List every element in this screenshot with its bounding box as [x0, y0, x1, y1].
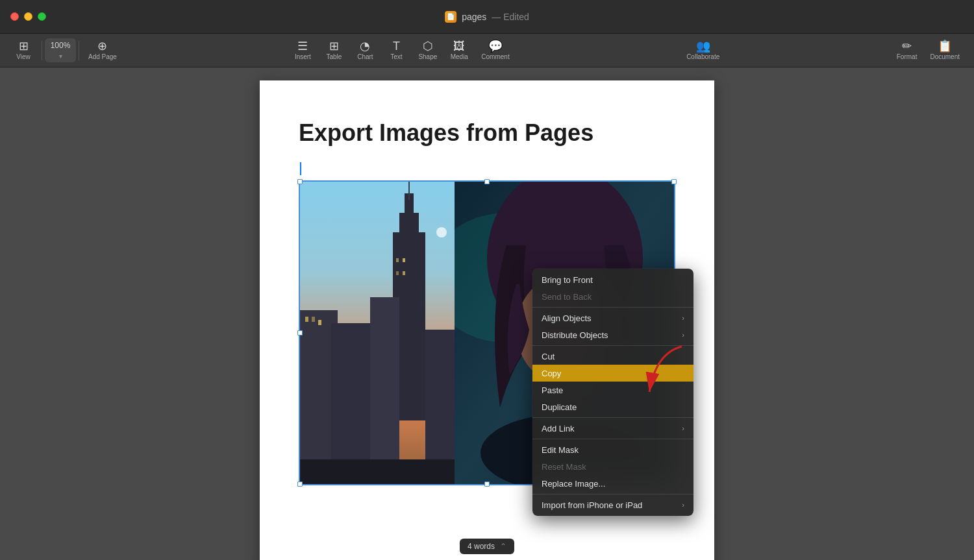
submenu-chevron-icon: ›: [682, 424, 684, 432]
text-icon: T: [393, 40, 400, 52]
format-icon: ✏: [902, 40, 912, 52]
collaborate-icon: 👥: [696, 40, 710, 52]
menu-item-label: Reset Mask: [542, 462, 586, 472]
status-bar: 4 words ⌃: [460, 539, 514, 554]
document-label: Document: [930, 53, 960, 60]
menu-separator-1: [532, 307, 693, 308]
text-button[interactable]: T Text: [381, 38, 412, 63]
zoom-control[interactable]: 100% ▾: [45, 38, 76, 62]
shape-icon: ⬡: [423, 40, 433, 52]
edited-label: — Edited: [492, 12, 529, 22]
menu-item-label: Copy: [542, 369, 561, 378]
minimize-button[interactable]: [24, 12, 32, 21]
chart-icon: ◔: [360, 40, 370, 52]
main-content: Export Images from Pages: [0, 67, 974, 560]
zoom-value: 100%: [51, 41, 71, 50]
svg-rect-13: [312, 317, 315, 322]
view-label: View: [16, 53, 31, 60]
format-label: Format: [897, 53, 918, 60]
zoom-chevron: ▾: [59, 53, 62, 60]
menu-item-import-iphone[interactable]: Import from iPhone or iPad ›: [532, 496, 693, 513]
table-label: Table: [326, 53, 342, 60]
menu-separator-2: [532, 345, 693, 346]
close-button[interactable]: [10, 12, 19, 21]
toolbar-divider-1: [42, 41, 42, 60]
app-icon: 📄: [445, 11, 456, 23]
view-button[interactable]: ⊞ View: [8, 38, 39, 63]
chart-label: Chart: [357, 53, 373, 60]
menu-item-align-objects[interactable]: Align Objects ›: [532, 310, 693, 326]
menu-item-label: Import from iPhone or iPad: [542, 500, 642, 510]
title-center: 📄 pages — Edited: [445, 11, 529, 23]
add-page-button[interactable]: ⊕ Add Page: [82, 38, 123, 63]
menu-item-reset-mask[interactable]: Reset Mask: [532, 458, 693, 475]
collaborate-label: Collaborate: [686, 53, 719, 60]
menu-item-label: Cut: [542, 352, 555, 361]
svg-rect-16: [403, 258, 405, 262]
toolbar-divider-2: [79, 41, 79, 60]
menu-separator-3: [532, 417, 693, 418]
collaborate-button[interactable]: 👥 Collaborate: [680, 38, 726, 63]
cursor-line: [299, 162, 675, 175]
menu-item-edit-mask[interactable]: Edit Mask: [532, 441, 693, 458]
svg-rect-18: [403, 271, 405, 275]
table-icon: ⊞: [329, 40, 339, 52]
menu-item-label: Add Link: [542, 424, 575, 433]
svg-rect-12: [305, 317, 308, 322]
app-name: pages: [462, 12, 486, 22]
menu-item-bring-to-front[interactable]: Bring to Front: [532, 271, 693, 288]
insert-button[interactable]: ☰ Insert: [287, 38, 318, 63]
submenu-chevron-icon: ›: [682, 501, 684, 509]
menu-separator-4: [532, 439, 693, 439]
menu-item-label: Duplicate: [542, 402, 577, 412]
status-arrow-icon: ⌃: [500, 542, 506, 551]
comment-icon: 💬: [488, 40, 503, 52]
titlebar: 📄 pages — Edited: [0, 0, 974, 34]
menu-item-label: Paste: [542, 385, 563, 395]
svg-rect-5: [408, 180, 410, 200]
svg-rect-8: [370, 297, 399, 485]
menu-item-replace-image[interactable]: Replace Image...: [532, 475, 693, 492]
menu-item-duplicate[interactable]: Duplicate: [532, 398, 693, 415]
submenu-chevron-icon: ›: [682, 314, 684, 322]
menu-item-label: Distribute Objects: [542, 330, 608, 340]
maximize-button[interactable]: [38, 12, 46, 21]
format-button[interactable]: ✏ Format: [890, 38, 924, 63]
media-icon: 🖼: [453, 40, 465, 52]
context-menu: Bring to Front Send to Back Align Object…: [532, 269, 693, 516]
word-count: 4 words: [468, 542, 495, 551]
menu-item-send-to-back[interactable]: Send to Back: [532, 288, 693, 305]
insert-icon: ☰: [297, 40, 308, 52]
chart-button[interactable]: ◔ Chart: [349, 38, 381, 63]
document-icon: 📋: [938, 40, 952, 52]
shape-label: Shape: [418, 53, 437, 60]
insert-label: Insert: [295, 53, 311, 60]
app-window: 📄 pages — Edited ⊞ View 100% ▾ ⊕ Add Pag…: [0, 0, 974, 560]
text-label: Text: [390, 53, 402, 60]
add-page-icon: ⊕: [97, 40, 107, 52]
menu-item-label: Bring to Front: [542, 275, 593, 285]
svg-rect-14: [318, 320, 321, 325]
text-cursor: [300, 162, 301, 175]
menu-item-cut[interactable]: Cut: [532, 348, 693, 365]
menu-separator-5: [532, 494, 693, 494]
media-label: Media: [451, 53, 468, 60]
canvas-area[interactable]: Export Images from Pages: [0, 67, 974, 560]
menu-item-label: Send to Back: [542, 292, 592, 302]
menu-item-copy[interactable]: Copy: [532, 365, 693, 382]
view-icon: ⊞: [19, 40, 29, 52]
menu-item-label: Align Objects: [542, 313, 592, 323]
menu-item-label: Replace Image...: [542, 479, 605, 489]
menu-item-distribute-objects[interactable]: Distribute Objects ›: [532, 326, 693, 343]
media-button[interactable]: 🖼 Media: [443, 38, 475, 63]
menu-item-paste[interactable]: Paste: [532, 382, 693, 398]
comment-button[interactable]: 💬 Comment: [475, 38, 516, 63]
add-page-label: Add Page: [88, 53, 117, 60]
toolbar: ⊞ View 100% ▾ ⊕ Add Page ☰ Insert ⊞ Tabl…: [0, 34, 974, 67]
comment-label: Comment: [481, 53, 509, 60]
shape-button[interactable]: ⬡ Shape: [412, 38, 443, 63]
document-button[interactable]: 📋 Document: [923, 38, 966, 63]
table-button[interactable]: ⊞ Table: [318, 38, 349, 63]
document-title: Export Images from Pages: [299, 119, 675, 147]
menu-item-add-link[interactable]: Add Link ›: [532, 420, 693, 437]
